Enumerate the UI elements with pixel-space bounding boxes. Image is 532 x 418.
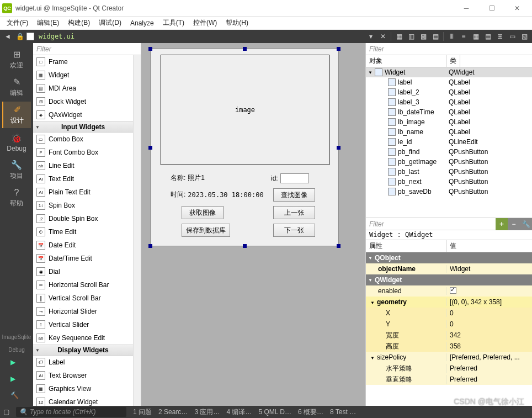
handle[interactable] <box>148 47 152 51</box>
prop-filter[interactable]: Filter <box>366 220 496 228</box>
config-selector[interactable]: Debug <box>8 347 24 353</box>
mode-edit[interactable]: ✎编辑 <box>2 74 31 100</box>
widget-item[interactable]: ║Vertical Scroll Bar <box>33 292 133 305</box>
lb-name-value[interactable]: 照片1 <box>188 173 205 183</box>
widget-item[interactable]: ═Horizontal Scroll Bar <box>33 278 133 292</box>
widget-item[interactable]: ⊞Dock Widget <box>33 95 133 108</box>
run-button[interactable]: ▶ <box>10 358 23 371</box>
tree-row[interactable]: label_3QLabel <box>366 97 532 107</box>
tree-row[interactable]: lb_dateTimeQLabel <box>366 107 532 117</box>
remove-prop-button[interactable]: − <box>508 218 520 230</box>
widget-item[interactable]: FFont Combo Box <box>33 146 133 159</box>
prop-geometry[interactable]: geometry[(0, 0), 342 x 358] <box>366 297 532 308</box>
break-layout-icon[interactable]: ▦ <box>470 31 481 41</box>
close-panel-icon[interactable]: ▢ <box>3 408 9 416</box>
handle[interactable] <box>148 244 152 248</box>
tree-row[interactable]: label_2QLabel <box>366 87 532 97</box>
layout-h-icon[interactable]: ▦ <box>393 31 405 41</box>
widget-item[interactable]: ◉Dial <box>33 265 133 278</box>
mode-debug[interactable]: 🐞Debug <box>2 129 31 156</box>
tree-row[interactable]: pb_lastQPushButton <box>366 167 532 177</box>
widget-item[interactable]: □Frame <box>33 55 133 68</box>
menu-edit[interactable]: 编辑(E) <box>33 17 63 29</box>
prop-vpolicy[interactable]: 垂直策略Preferred <box>366 374 532 385</box>
lb-image[interactable]: image <box>161 55 329 165</box>
status-test[interactable]: 8 Test … <box>330 408 356 416</box>
widget-item[interactable]: AIText Browser <box>33 369 133 382</box>
widget-item[interactable]: ▤MDI Area <box>33 82 133 95</box>
widget-item[interactable]: 12Calendar Widget <box>33 395 133 406</box>
objtree-filter[interactable]: Filter <box>366 43 532 55</box>
category-display-widgets[interactable]: Display Widgets <box>33 345 133 356</box>
mode-help[interactable]: ?帮助 <box>2 184 31 211</box>
tree-row[interactable]: pb_nextQPushButton <box>366 177 532 187</box>
widget-item[interactable]: abLine Edit <box>33 159 133 172</box>
add-prop-button[interactable]: ＋ <box>496 218 508 230</box>
mode-projects[interactable]: 🔧项目 <box>2 157 31 183</box>
layout-v-icon[interactable]: ▥ <box>406 31 417 41</box>
prop-hpolicy[interactable]: 水平策略Preferred <box>366 363 532 374</box>
menu-build[interactable]: 构建(B) <box>63 17 94 29</box>
widget-item[interactable]: 1↕Spin Box <box>33 199 133 212</box>
project-selector[interactable]: ImageSqlite <box>2 334 31 340</box>
settings-prop-button[interactable]: 🔧 <box>520 218 532 230</box>
handle[interactable] <box>337 47 341 51</box>
label-name[interactable]: 名称: <box>171 173 185 183</box>
widget-item[interactable]: AIText Edit <box>33 172 133 186</box>
widget-item[interactable]: 📅Date/Time Edit <box>33 252 133 265</box>
pb-last[interactable]: 上一张 <box>273 206 315 219</box>
widget-item[interactable]: ⏲Time Edit <box>33 225 133 239</box>
widget-list[interactable]: □Frame▦Widget▤MDI Area⊞Dock Widget◈QAxWi… <box>33 55 133 406</box>
col-object[interactable]: 对象 <box>366 55 446 67</box>
handle[interactable] <box>148 146 152 150</box>
back-icon[interactable]: ◄ <box>2 31 13 41</box>
widget-item[interactable]: 📅Date Edit <box>33 239 133 252</box>
col-property[interactable]: 属性 <box>366 240 446 252</box>
dropdown-icon[interactable]: ▾ <box>365 31 376 41</box>
pb-find[interactable]: 查找图像 <box>273 188 315 202</box>
mode-design[interactable]: ✐设计 <box>2 102 31 128</box>
preview-icon[interactable]: ▭ <box>507 31 518 41</box>
tree-row[interactable]: labelQLabel <box>366 77 532 87</box>
label-id[interactable]: id: <box>271 174 278 182</box>
cat-qwidget[interactable]: QWidget <box>366 274 532 285</box>
status-compile[interactable]: 4 编译… <box>226 408 252 417</box>
widget-item[interactable]: ▦Widget <box>33 68 133 82</box>
widgetbox-filter[interactable]: Filter <box>33 43 141 55</box>
handle[interactable] <box>337 244 341 248</box>
widget-item[interactable]: ⊸Horizontal Slider <box>33 305 133 318</box>
prop-width[interactable]: 宽度342 <box>366 330 532 341</box>
layout-form-icon[interactable]: ▤ <box>430 31 441 41</box>
widget-item[interactable]: ▭Combo Box <box>33 133 133 146</box>
maximize-button[interactable]: ☐ <box>479 0 504 17</box>
document-tab[interactable]: widget.ui <box>39 33 75 40</box>
col-class[interactable]: 类 <box>446 55 460 67</box>
handle[interactable] <box>337 146 341 150</box>
menu-analyze[interactable]: Analyze <box>126 18 158 29</box>
close-tab-icon[interactable]: ✕ <box>377 31 389 41</box>
prop-sizepolicy[interactable]: sizePolicy[Preferred, Preferred, ... <box>366 352 532 363</box>
pb-next[interactable]: 下一张 <box>273 224 315 237</box>
tree-row[interactable]: le_idQLineEdit <box>366 137 532 147</box>
menu-file[interactable]: 文件(F) <box>2 17 33 29</box>
menu-debug[interactable]: 调试(D) <box>94 17 126 29</box>
menu-tools[interactable]: 工具(T) <box>158 17 189 29</box>
adjust-icon[interactable]: ▤ <box>482 31 493 41</box>
handle[interactable] <box>243 47 247 51</box>
tree-row[interactable]: pb_findQPushButton <box>366 147 532 157</box>
prop-height[interactable]: 高度358 <box>366 341 532 352</box>
col-value[interactable]: 值 <box>446 240 460 252</box>
object-inspector[interactable]: 对象 类 ▼WidgetQWidgetlabelQLabellabel_2QLa… <box>366 55 532 218</box>
widget-item[interactable]: .2Double Spin Box <box>33 212 133 225</box>
widget-item[interactable]: ▦Graphics View <box>33 382 133 395</box>
vsplit-icon[interactable]: ≡ <box>458 31 469 41</box>
layout-grid-icon[interactable]: ▩ <box>418 31 429 41</box>
handle[interactable] <box>243 244 247 248</box>
pb-get-image[interactable]: 获取图像 <box>182 206 224 219</box>
lb-datetime-value[interactable]: 2023.05.30 18:00:00 <box>188 191 263 199</box>
widget-item[interactable]: abKey Sequence Edit <box>33 331 133 345</box>
status-qml[interactable]: 5 QML D… <box>258 408 291 416</box>
debug-run-button[interactable]: ▶ <box>10 375 23 387</box>
status-issues[interactable]: 1 问题 <box>133 408 152 417</box>
category-input-widgets[interactable]: Input Widgets <box>33 121 133 133</box>
